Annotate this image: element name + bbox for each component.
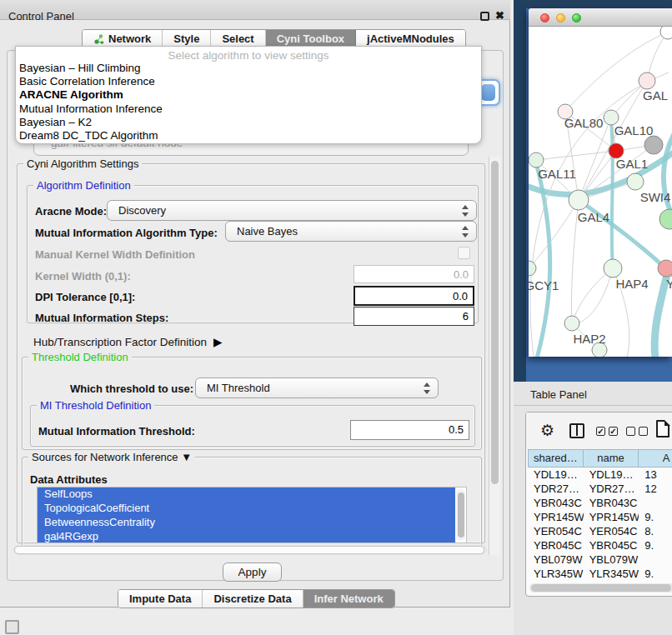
application-root: Control Panel ✖ NetworkStyleSelectCyni T… xyxy=(0,0,672,635)
which-threshold-combobox[interactable]: MI Threshold xyxy=(195,378,439,398)
network-edge xyxy=(572,268,613,323)
mi-type-combobox[interactable]: Naive Bayes xyxy=(225,221,477,242)
hub-definition-expander[interactable]: Hub/Transcription Factor Definition▶ xyxy=(33,335,222,348)
stepper-icon xyxy=(462,205,469,217)
panel-grip-icon[interactable] xyxy=(5,620,19,634)
cyni-task-tabs: Impute DataDiscretize DataInfer Network xyxy=(118,589,395,608)
columns-icon[interactable] xyxy=(569,423,584,438)
apply-button[interactable]: Apply xyxy=(223,562,282,582)
stepper-icon xyxy=(462,226,469,238)
aracne-mode-label: Aracne Mode: xyxy=(35,205,107,218)
tab-impute-data[interactable]: Impute Data xyxy=(118,590,203,608)
window-minimize-icon[interactable] xyxy=(556,13,565,22)
dpi-tolerance-field[interactable]: 0.0 xyxy=(354,286,474,306)
which-threshold-value: MI Threshold xyxy=(207,382,270,394)
network-node xyxy=(639,72,655,89)
tab-cyni-toolbox[interactable]: Cyni Toolbox xyxy=(266,30,356,48)
control-panel-title: Control Panel xyxy=(8,10,74,22)
float-window-icon[interactable] xyxy=(480,12,489,21)
dropdown-item[interactable]: Bayesian – K2 xyxy=(16,116,481,129)
window-zoom-icon[interactable] xyxy=(572,13,581,22)
table-row[interactable]: YDR27…YDR27…12 xyxy=(528,482,672,496)
table-row[interactable]: YBR045CYBR045C9. xyxy=(528,538,672,552)
node-table-frame: ⚙ ✓✓ shared…nameA YDL19…YDL19…13YDR27…YD… xyxy=(525,412,672,597)
manual-kernel-checkbox[interactable] xyxy=(458,247,470,259)
kernel-width-field[interactable]: 0.0 xyxy=(354,265,474,283)
threshold-definition-label: Threshold Definition xyxy=(28,351,132,363)
table-row[interactable]: YLR345WYLR345W9. xyxy=(528,567,672,581)
tab-network[interactable]: Network xyxy=(83,30,163,48)
close-icon[interactable]: ✖ xyxy=(495,9,504,22)
aracne-mode-combobox[interactable]: Discovery xyxy=(107,200,477,221)
table-row[interactable]: YPR145WYPR145W9. xyxy=(528,510,672,524)
attribute-list-item[interactable]: gal4RGexp xyxy=(38,530,455,543)
sources-group-label[interactable]: Sources for Network Inference ▼ xyxy=(28,451,195,463)
dropdown-item[interactable]: Basic Correlation Inference xyxy=(16,75,481,88)
which-threshold-label: Which threshold to use: xyxy=(70,382,193,395)
settings-vertical-scrollbar[interactable] xyxy=(489,157,500,555)
column-header[interactable]: shared… xyxy=(528,449,584,468)
dropdown-item[interactable]: Dream8 DC_TDC Algorithm xyxy=(16,129,481,142)
node-table[interactable]: shared…nameA YDL19…YDL19…13YDR27…YDR27…1… xyxy=(528,449,672,595)
node-label: GAL xyxy=(643,88,668,102)
network-canvas[interactable]: GALGAL80GAL10GAL1GAL11SWI4GAL4GCY1HAP4YH… xyxy=(529,27,672,357)
tab-discretize-data[interactable]: Discretize Data xyxy=(203,590,303,608)
dropdown-item[interactable]: Mutual Information Inference xyxy=(16,102,481,116)
desktop-left-shadow xyxy=(514,0,526,382)
deselect-all-columns-icon[interactable] xyxy=(626,427,648,436)
network-node xyxy=(569,190,589,210)
mi-steps-field[interactable]: 6 xyxy=(354,307,474,326)
attribute-list-item[interactable]: TopologicalCoefficient xyxy=(38,502,455,516)
node-label: GCY1 xyxy=(529,278,559,292)
attribute-list-item[interactable]: BetweennessCentrality xyxy=(38,516,455,530)
table-row[interactable]: YBR043CYBR043C xyxy=(528,496,672,510)
desktop-top-shadow xyxy=(514,0,672,8)
tab-style[interactable]: Style xyxy=(163,30,211,48)
node-label: GAL1 xyxy=(616,157,648,171)
dropdown-item[interactable]: ARACNE Algorithm xyxy=(16,88,481,102)
control-panel-titlebar xyxy=(0,0,510,20)
new-table-icon[interactable] xyxy=(656,420,669,438)
attribute-list-item[interactable]: SelfLoops xyxy=(38,488,455,502)
node-label: GAL11 xyxy=(538,167,576,181)
table-row[interactable]: YER054CYER054C8. xyxy=(528,524,672,538)
dropdown-item-list: Bayesian – Hill ClimbingBasic Correlatio… xyxy=(16,62,481,142)
tab-infer-network[interactable]: Infer Network xyxy=(303,590,394,608)
tab-select[interactable]: Select xyxy=(211,30,265,48)
node-label: HAP4 xyxy=(615,277,648,291)
column-header[interactable]: A xyxy=(639,449,672,468)
node-label: GAL80 xyxy=(564,116,604,130)
table-row[interactable]: YDL19…YDL19…13 xyxy=(528,468,672,482)
mi-threshold-group-label: MI Threshold Definition xyxy=(37,399,154,412)
network-icon xyxy=(93,33,104,45)
table-row[interactable]: YBL079WYBL079W xyxy=(528,552,672,567)
cyni-settings-group-label: Cyni Algorithm Settings xyxy=(23,158,142,170)
gear-icon[interactable]: ⚙ xyxy=(540,421,554,440)
data-attributes-label: Data Attributes xyxy=(30,473,108,486)
select-all-columns-icon[interactable]: ✓✓ xyxy=(596,427,618,436)
table-panel-title: Table Panel xyxy=(530,388,587,401)
network-edge xyxy=(529,200,579,268)
list-vertical-scrollbar[interactable] xyxy=(456,489,465,541)
node-label: GAL10 xyxy=(614,123,654,138)
mi-type-label: Mutual Information Algorithm Type: xyxy=(35,227,218,239)
network-edge xyxy=(536,151,616,160)
network-node xyxy=(529,152,544,168)
mi-threshold-label: Mutual Information Threshold: xyxy=(38,425,195,438)
network-node xyxy=(644,136,663,154)
network-node xyxy=(604,259,622,278)
mi-type-value: Naive Bayes xyxy=(237,225,298,238)
node-label: Y xyxy=(666,277,672,291)
column-header[interactable]: name xyxy=(584,449,639,468)
settings-horizontal-scrollbar[interactable] xyxy=(13,545,487,555)
algorithm-definition-label: Algorithm Definition xyxy=(33,179,134,192)
dropdown-item[interactable]: Bayesian – Hill Climbing xyxy=(16,62,481,75)
tab-jactivemnodules[interactable]: jActiveMNodules xyxy=(356,30,465,48)
window-close-icon[interactable] xyxy=(540,13,549,22)
data-attributes-list[interactable]: SelfLoopsTopologicalCoefficientBetweenne… xyxy=(37,487,467,543)
network-window-titlebar[interactable] xyxy=(529,8,672,27)
mi-threshold-field[interactable]: 0.5 xyxy=(350,420,469,440)
table-horizontal-scrollbar[interactable] xyxy=(529,583,672,592)
kernel-width-label: Kernel Width (0,1): xyxy=(35,270,131,282)
table-toolbar: ⚙ ✓✓ xyxy=(526,412,672,449)
